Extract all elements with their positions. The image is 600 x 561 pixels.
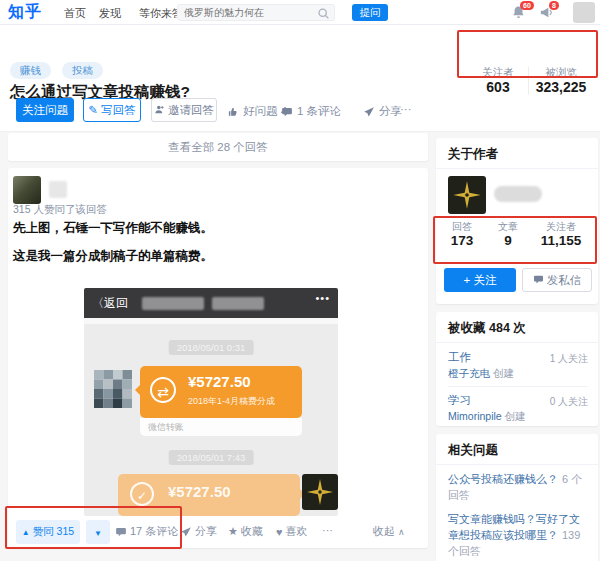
transfer-check-icon: ✓	[130, 482, 154, 506]
more-dots-icon: ···	[322, 524, 333, 536]
author-answers-label: 回答	[438, 220, 486, 234]
wechat-receiver-avatar-compass	[302, 474, 338, 510]
answer-text-line: 先上图，石锤一下写作能不能赚钱。	[13, 220, 213, 237]
topic-tag[interactable]: 赚钱	[10, 62, 51, 79]
collapse-answer-button[interactable]: 收起 ∧	[373, 524, 405, 539]
wechat-strip	[84, 318, 338, 324]
author-answers-value: 173	[438, 233, 486, 248]
related-question-item[interactable]: 写文章能赚钱吗？写好了文章想投稿应该投哪里？139 个回答	[448, 512, 588, 560]
transfer-description: 2018年1-4月稿费分成	[188, 395, 275, 408]
topic-tag[interactable]: 投稿	[62, 62, 103, 79]
share-arrow-icon	[180, 526, 192, 538]
favorited-title: 被收藏 484 次	[448, 320, 526, 337]
followers-label: 关注者	[470, 66, 526, 80]
author-articles-value: 9	[486, 233, 530, 248]
comment-bubble-icon	[115, 526, 127, 538]
views-value: 323,225	[530, 79, 592, 95]
answer-upvote-note: 315 人赞同了该回答	[13, 203, 107, 217]
write-answer-button[interactable]: ✎ 写回答	[83, 98, 141, 122]
creator-link[interactable]: 橙子充电	[448, 367, 490, 379]
collection-link[interactable]: 学习	[448, 393, 471, 408]
author-name-blurred[interactable]	[494, 186, 542, 202]
question-more-button[interactable]: ···	[400, 103, 412, 115]
question-share-button[interactable]: 分享	[363, 104, 402, 119]
zhihu-question-page: 知乎 首页 发现 等你来答 提问 60 8 赚钱 投稿 怎么通过写文章投稿赚钱?…	[0, 0, 600, 561]
pen-icon: ✎	[88, 104, 98, 116]
question-header: 赚钱 投稿 怎么通过写文章投稿赚钱? 关注者 603 被浏览 323,225 关…	[0, 25, 600, 132]
followers-value: 603	[470, 79, 526, 95]
wechat-title-blurred	[212, 297, 264, 310]
more-dots-icon: ···	[400, 103, 412, 115]
wechat-title-blurred	[142, 297, 204, 310]
wechat-transfer-bubble-received: ✓ ¥5727.50	[118, 474, 300, 516]
collection-creator: Mimorinpile 创建	[448, 410, 526, 424]
answer-comments-button[interactable]: 17 条评论	[115, 524, 178, 539]
wechat-sender-avatar-pixelated	[94, 370, 132, 408]
divider	[436, 342, 598, 343]
bubble-tail	[135, 384, 141, 396]
wechat-back-button: 〈返回	[92, 295, 128, 312]
answer-share-button[interactable]: 分享	[180, 524, 217, 539]
divider	[448, 386, 588, 387]
transfer-amount: ¥5727.50	[188, 373, 251, 390]
related-questions-title: 相关问题	[448, 442, 498, 459]
search-input[interactable]	[184, 5, 312, 20]
good-question-button[interactable]: 好问题 4	[227, 104, 287, 119]
downvote-button[interactable]: ▼	[86, 520, 110, 544]
share-arrow-icon	[363, 106, 375, 118]
wechat-transfer-footer: 微信转账	[140, 418, 302, 436]
comment-bubble-icon	[281, 106, 293, 118]
downvote-triangle-icon: ▼	[94, 529, 102, 538]
send-message-button[interactable]: 发私信	[522, 268, 592, 292]
divider	[436, 464, 598, 465]
about-author-title: 关于作者	[448, 146, 498, 163]
answer-author-name-blurred[interactable]	[49, 181, 67, 198]
views-label: 被浏览	[530, 66, 592, 80]
ask-question-button[interactable]: 提问	[352, 4, 388, 21]
author-avatar-compass[interactable]	[448, 176, 486, 214]
author-articles-label: 文章	[486, 220, 530, 234]
invite-person-icon	[154, 104, 165, 115]
search-icon	[317, 7, 330, 20]
top-navbar: 知乎 首页 发现 等你来答 提问 60 8	[0, 0, 600, 25]
collection-followers: 1 人关注	[520, 352, 588, 366]
user-avatar[interactable]	[573, 2, 595, 23]
divider	[436, 168, 598, 169]
upvote-button[interactable]: ▲ 赞同 315	[16, 520, 80, 544]
stats-divider	[528, 67, 529, 95]
upvote-triangle-icon: ▲	[22, 528, 30, 537]
wechat-transfer-bubble: ⇄ ¥5727.50 2018年1-4月稿费分成	[140, 366, 302, 418]
answer-more-button[interactable]: ···	[322, 524, 333, 536]
wechat-screenshot-image[interactable]: 〈返回 ••• 2018/05/01 0:31 ⇄ ¥5727.50 2018年…	[84, 288, 338, 516]
question-comment-button[interactable]: 1 条评论	[281, 104, 341, 119]
wechat-more-icon: •••	[315, 292, 330, 304]
search-box[interactable]	[177, 4, 335, 21]
related-question-item[interactable]: 公众号投稿还赚钱么？6 个回答	[448, 472, 588, 504]
author-followers-label: 关注者	[530, 220, 592, 234]
collapse-caret-icon: ∧	[398, 527, 405, 537]
thumb-up-icon	[227, 106, 239, 118]
creator-link[interactable]: Mimorinpile	[448, 410, 502, 422]
invite-answer-button[interactable]: 邀请回答	[151, 98, 217, 122]
view-all-answers-bar[interactable]: 查看全部 28 个回答	[8, 133, 428, 161]
nav-item-discover[interactable]: 发现	[99, 6, 121, 21]
nav-item-home[interactable]: 首页	[64, 6, 86, 21]
wechat-timestamp: 2018/05/01 0:31	[169, 340, 254, 355]
favorited-count: 484	[489, 321, 510, 335]
zhihu-logo[interactable]: 知乎	[8, 2, 42, 23]
answer-text-line: 这是我一篇分成制稿子的单篇稿费。	[13, 248, 213, 265]
answer-like-button[interactable]: ♥ 喜欢	[276, 524, 308, 539]
message-badge: 8	[549, 1, 559, 10]
related-questions-list: 公众号投稿还赚钱么？6 个回答 写文章能赚钱吗？写好了文章想投稿应该投哪里？13…	[448, 472, 588, 561]
collection-link[interactable]: 工作	[448, 350, 471, 365]
wechat-timestamp: 2018/05/01 7:43	[169, 450, 254, 465]
heart-icon: ♥	[276, 526, 283, 538]
follow-question-button[interactable]: 关注问题	[16, 98, 74, 122]
answer-author-avatar[interactable]	[13, 176, 41, 204]
transfer-amount: ¥5727.50	[168, 483, 231, 500]
chat-icon	[533, 274, 544, 285]
bell-badge: 60	[520, 1, 534, 10]
answer-collect-button[interactable]: ★ 收藏	[228, 524, 263, 539]
follow-author-button[interactable]: + 关注	[444, 268, 516, 292]
wechat-header: 〈返回 •••	[84, 288, 338, 318]
